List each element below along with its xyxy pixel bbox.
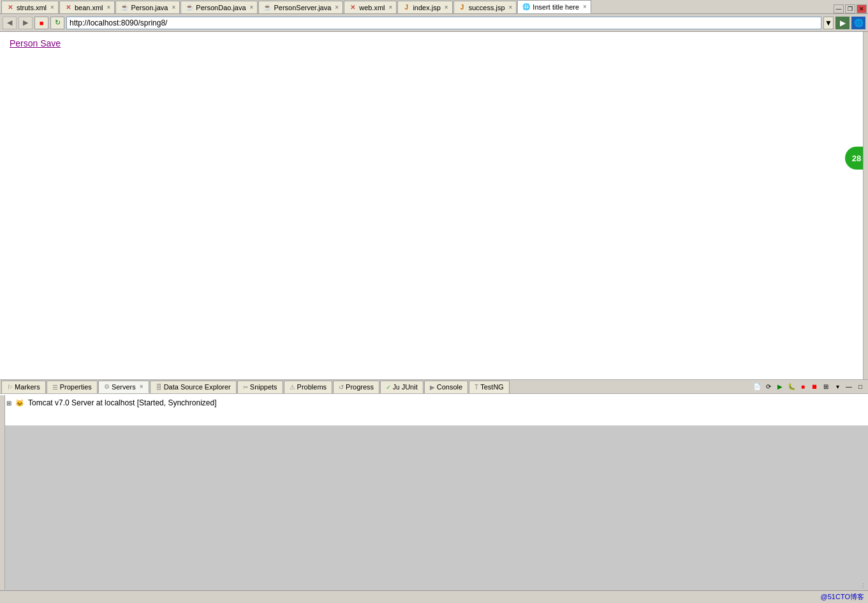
tab-struts-xml[interactable]: ✕ struts.xml × [1, 1, 59, 13]
tab-label: JUnit [402, 383, 418, 391]
stop1-button[interactable]: ■ [798, 382, 808, 392]
minimize-button[interactable]: — [834, 4, 844, 13]
tab-label: Servers [112, 383, 136, 391]
person-save-link[interactable]: Person Save [10, 38, 61, 48]
tab-person-java[interactable]: ☕ Person.java × [115, 1, 180, 13]
xml-icon: ✕ [6, 3, 15, 12]
bottom-tab-testng[interactable]: T TestNG [469, 381, 510, 393]
jsp-icon: J [458, 3, 467, 12]
server-row: ⊞ 🐱 Tomcat v7.0 Server at localhost [Sta… [5, 396, 863, 409]
stop-button[interactable]: ■ [34, 17, 48, 29]
tab-person-dao-java[interactable]: ☕ PersonDao.java × [180, 1, 258, 13]
tab-label: success.jsp [469, 4, 505, 11]
bottom-tab-datasource[interactable]: 🗄 Data Source Explorer [150, 381, 237, 393]
window-controls: — ❐ ✕ [834, 4, 868, 13]
bottom-tab-console[interactable]: ▶ Console [424, 381, 468, 393]
progress-icon: ↺ [339, 384, 344, 391]
bottom-tab-bar: ⚐ Markers ☰ Properties ⚙ Servers × 🗄 Dat… [0, 380, 868, 394]
tab-close-icon[interactable]: × [445, 4, 448, 11]
tab-index-jsp[interactable]: J index.jsp × [397, 1, 452, 13]
bottom-tab-problems[interactable]: ⚠ Problems [284, 381, 332, 393]
resize-handle[interactable]: ⋮ [860, 583, 867, 589]
browser-button[interactable]: 🌐 [851, 17, 865, 29]
menu-down-button[interactable]: ▾ [832, 382, 842, 392]
tab-close-icon[interactable]: × [50, 4, 54, 11]
tab-label: index.jsp [413, 4, 440, 11]
stop2-button[interactable]: ⏹ [809, 382, 820, 392]
snippet-icon: ✂ [243, 384, 248, 391]
tab-label: Insert title here [533, 3, 579, 11]
tab-label: Console [437, 383, 462, 391]
tab-label: TestNG [480, 383, 504, 391]
java-icon: ☕ [120, 3, 129, 12]
right-scrollbar[interactable] [863, 32, 868, 379]
bottom-panel: ⚐ Markers ☰ Properties ⚙ Servers × 🗄 Dat… [0, 379, 868, 590]
tab-bar: ✕ struts.xml × ✕ bean.xml × ☕ Person.jav… [0, 0, 868, 14]
xml-icon: ✕ [64, 3, 73, 12]
junit-prefix: Ju [393, 384, 400, 391]
java-icon: ☕ [185, 3, 194, 12]
problem-icon: ⚠ [290, 384, 295, 391]
bottom-tab-progress[interactable]: ↺ Progress [333, 381, 379, 393]
tab-success-jsp[interactable]: J success.jsp × [453, 1, 517, 13]
run-button[interactable]: ▶ [775, 382, 785, 392]
jsp-icon: J [402, 3, 411, 12]
tab-close-icon[interactable]: × [140, 383, 143, 390]
tomcat-icon: 🐱 [15, 399, 24, 407]
debug-button[interactable]: 🐛 [786, 382, 797, 392]
datasource-icon: 🗄 [156, 384, 162, 391]
address-input[interactable] [66, 17, 821, 29]
bottom-tab-servers[interactable]: ⚙ Servers × [98, 381, 149, 393]
sync-button[interactable]: ⟳ [763, 382, 774, 392]
forward-button[interactable]: ▶ [18, 17, 33, 29]
refresh-button[interactable]: ↻ [50, 17, 64, 29]
tab-close-icon[interactable]: × [172, 4, 175, 11]
new-file-button[interactable]: 📄 [752, 382, 762, 392]
restore-button[interactable]: ❐ [845, 4, 855, 13]
tab-label: bean.xml [75, 4, 103, 11]
tab-close-icon[interactable]: × [335, 4, 339, 11]
tab-label: Data Source Explorer [164, 383, 231, 391]
status-bar: @51CTO博客 [0, 590, 868, 603]
tab-label: Person.java [131, 4, 168, 11]
tab-label: Problems [297, 383, 327, 391]
address-bar: ◀ ▶ ■ ↻ ▼ ▶ 🌐 [0, 14, 868, 32]
browser-content: Person Save 28 [0, 32, 868, 382]
back-button[interactable]: ◀ [3, 17, 17, 29]
tab-browser[interactable]: 🌐 Insert title here × [517, 0, 591, 13]
marker-icon: ⚐ [7, 384, 13, 391]
tab-close-icon[interactable]: × [389, 4, 393, 11]
maximize-panel-button[interactable]: □ [855, 382, 865, 392]
server-content: ⊞ 🐱 Tomcat v7.0 Server at localhost [Sta… [0, 394, 868, 426]
tab-label: struts.xml [17, 4, 47, 11]
tab-web-xml[interactable]: ✕ web.xml × [344, 1, 397, 13]
globe-icon: 🌐 [522, 3, 531, 11]
bottom-tab-properties[interactable]: ☰ Properties [47, 381, 98, 393]
bottom-tab-junit[interactable]: ✓ Ju JUnit [380, 381, 423, 393]
tab-label: Progress [346, 383, 374, 391]
gray-area [0, 426, 868, 592]
columns-button[interactable]: ⊞ [821, 382, 831, 392]
close-button[interactable]: ✕ [857, 4, 867, 13]
tab-bean-xml[interactable]: ✕ bean.xml × [59, 1, 115, 13]
tab-close-icon[interactable]: × [250, 4, 254, 11]
tab-person-server-java[interactable]: ☕ PersonServer.java × [258, 1, 343, 13]
left-edge [0, 395, 5, 590]
tab-label: PersonServer.java [274, 4, 331, 11]
bottom-toolbar: 📄 ⟳ ▶ 🐛 ■ ⏹ ⊞ ▾ — □ [752, 382, 867, 392]
junit-icon: ✓ [386, 384, 391, 391]
bottom-tab-markers[interactable]: ⚐ Markers [1, 381, 46, 393]
minimize-panel-button[interactable]: — [844, 382, 854, 392]
tab-close-icon[interactable]: × [583, 3, 587, 10]
testng-icon: T [474, 384, 478, 391]
go-button[interactable]: ▶ [835, 17, 850, 29]
java-icon: ☕ [263, 3, 272, 12]
expand-icon[interactable]: ⊞ [6, 400, 11, 407]
console-icon: ▶ [430, 384, 435, 391]
tab-close-icon[interactable]: × [107, 4, 111, 11]
tab-label: Snippets [250, 383, 277, 391]
address-dropdown[interactable]: ▼ [823, 17, 834, 29]
tab-close-icon[interactable]: × [509, 4, 513, 11]
tab-label: Properties [60, 383, 92, 391]
bottom-tab-snippets[interactable]: ✂ Snippets [237, 381, 283, 393]
